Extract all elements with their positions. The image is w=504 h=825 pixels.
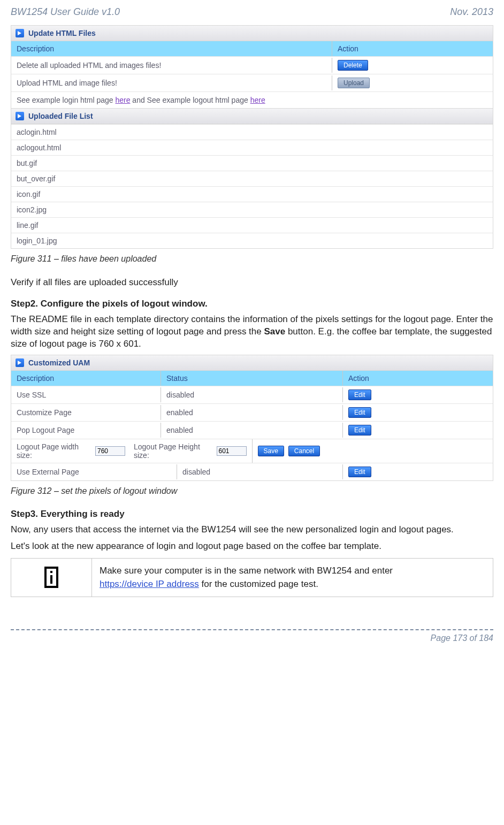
example-text: See example login html page here and See… (11, 93, 493, 108)
list-item: but_over.gif (11, 171, 493, 186)
table-row: Customize Page enabled Edit (11, 403, 493, 421)
row-desc: Delete all uploaded HTML and images file… (11, 58, 332, 73)
list-item: login_01.jpg (11, 233, 493, 248)
edit-button[interactable]: Edit (348, 389, 371, 400)
row-action: Edit (343, 404, 493, 421)
list-item: line.gif (11, 217, 493, 233)
step3-p1: Now, any users that access the internet … (11, 524, 493, 536)
row-status: disabled (161, 387, 343, 402)
verify-text: Verify if all files are uploaded success… (11, 277, 493, 289)
row-action: Upload (332, 74, 493, 91)
note-text: Make sure your computer is in the same n… (92, 559, 493, 597)
row-status: enabled (161, 405, 343, 420)
width-label: Logout Page width size: (17, 442, 92, 460)
step3-heading: Step3. Everything is ready (11, 509, 493, 520)
edit-button[interactable]: Edit (348, 467, 371, 477)
step2-heading: Step2. Configure the pixels of logout wi… (11, 299, 493, 309)
list-item: icon.gif (11, 186, 493, 202)
height-pair: Logout Page Height size: (134, 442, 247, 460)
col-action: Action (343, 371, 493, 386)
panel-update-html: Update HTML Files Description Action Del… (11, 25, 493, 249)
row-action: Edit (343, 422, 493, 439)
row-desc: Upload HTML and image files! (11, 75, 332, 90)
doc-date: Nov. 2013 (450, 6, 493, 18)
width-input[interactable] (95, 446, 125, 456)
cancel-button[interactable]: Cancel (288, 446, 320, 456)
panel-title-uam: Customized UAM (28, 358, 90, 367)
row-desc: Use External Page (11, 464, 177, 479)
link-logout-example[interactable]: here (250, 96, 265, 104)
edit-button[interactable]: Edit (348, 425, 371, 436)
height-input[interactable] (217, 446, 247, 456)
height-label: Logout Page Height size: (134, 442, 213, 460)
figure-caption-311: Figure 311 – files have been uploaded (11, 254, 493, 264)
device-ip-link[interactable]: https://device IP address (100, 579, 199, 589)
table-row: Upload HTML and image files! Upload (11, 74, 493, 91)
step2-text: The README file in each template directo… (11, 314, 493, 350)
list-item: aclogin.html (11, 124, 493, 140)
table-row: Use SSL disabled Edit (11, 386, 493, 403)
row-desc: Use SSL (11, 387, 161, 402)
note-after: for the customized page test. (199, 579, 318, 589)
width-pair: Logout Page width size: (17, 442, 125, 460)
logout-size-row: Logout Page width size: Logout Page Heig… (11, 439, 493, 463)
example-mid: and See example logout html page (130, 96, 250, 104)
arrow-icon (16, 358, 24, 367)
note-line1: Make sure your computer is in the same n… (100, 566, 393, 576)
col-description: Description (11, 371, 161, 386)
row-status: enabled (161, 423, 343, 438)
row-action: Delete (332, 57, 493, 74)
figure-caption-312: Figure 312 – set the pixels of logout wi… (11, 486, 493, 496)
save-button[interactable]: Save (258, 446, 284, 456)
edit-button[interactable]: Edit (348, 407, 371, 418)
list-item: icon2.jpg (11, 202, 493, 217)
row-desc: Pop Logout Page (11, 423, 161, 438)
table-head-uam: Description Status Action (11, 371, 493, 386)
logout-actions: Save Cancel (253, 442, 493, 460)
panel-header-uam: Customized UAM (11, 355, 493, 371)
example-row: See example login html page here and See… (11, 91, 493, 108)
panel-header-update: Update HTML Files (11, 26, 493, 41)
file-list: aclogin.html aclogout.html but.gif but_o… (11, 124, 493, 248)
example-prefix: See example login html page (17, 96, 115, 104)
arrow-icon (16, 112, 24, 120)
info-icon (44, 567, 58, 588)
row-desc: Customize Page (11, 405, 161, 420)
col-action: Action (332, 41, 493, 56)
table-head-update: Description Action (11, 41, 493, 56)
row-action: Edit (343, 386, 493, 403)
note-box: Make sure your computer is in the same n… (11, 558, 493, 597)
panel-title-filelist: Uploaded File List (28, 112, 93, 120)
upload-button[interactable]: Upload (338, 78, 370, 88)
row-status: disabled (177, 464, 343, 479)
delete-button[interactable]: Delete (338, 60, 368, 71)
panel-title-update: Update HTML Files (28, 29, 96, 37)
arrow-icon (16, 29, 24, 37)
link-login-example[interactable]: here (115, 96, 130, 104)
table-row: Delete all uploaded HTML and images file… (11, 56, 493, 74)
step3-p2: Let's look at the new appearance of logi… (11, 540, 493, 553)
step2-save-word: Save (264, 326, 285, 337)
page-number: Page 173 of 184 (11, 630, 493, 646)
row-action: Edit (343, 463, 493, 480)
col-description: Description (11, 41, 332, 56)
panel-header-filelist: Uploaded File List (11, 108, 493, 124)
list-item: aclogout.html (11, 140, 493, 155)
list-item: but.gif (11, 155, 493, 171)
panel-customized-uam: Customized UAM Description Status Action… (11, 355, 493, 481)
table-row: Use External Page disabled Edit (11, 463, 493, 480)
table-row: Pop Logout Page enabled Edit (11, 421, 493, 439)
col-status: Status (161, 371, 343, 386)
note-icon-cell (11, 559, 92, 597)
doc-title: BW1254 User Guide v1.0 (11, 6, 120, 18)
